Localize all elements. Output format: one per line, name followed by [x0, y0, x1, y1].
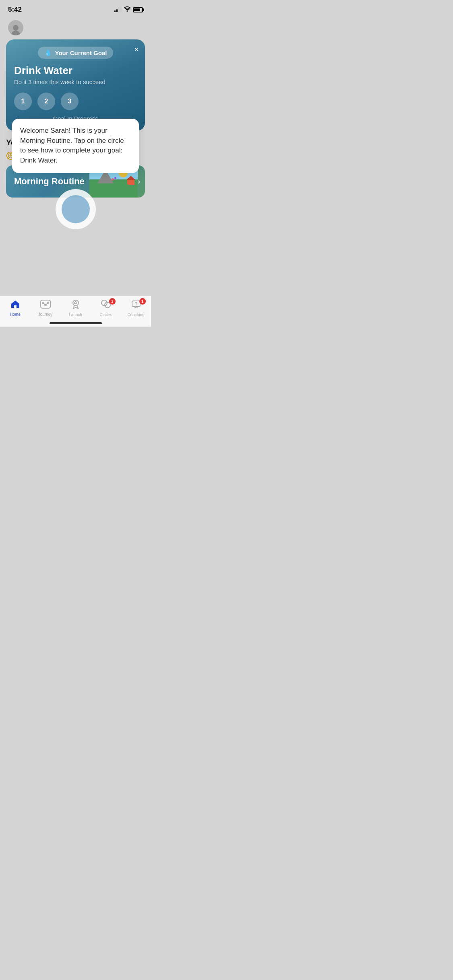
status-time: 5:42	[8, 6, 22, 14]
close-button[interactable]: ×	[134, 46, 139, 53]
chevron-right-icon: ›	[138, 177, 145, 186]
tab-home-label: Home	[10, 312, 21, 317]
avatar[interactable]	[8, 20, 23, 35]
main-content: 💧 Your Current Goal × Drink Water Do it …	[0, 39, 151, 131]
wifi-icon	[124, 6, 130, 13]
goal-card-header: 💧 Your Current Goal	[14, 47, 137, 59]
tab-circles-label: Circles	[99, 313, 112, 317]
tooltip-popup: Welcome Sarah! This is your Morning Rout…	[12, 119, 139, 173]
svg-point-7	[101, 300, 107, 306]
circle-inner	[62, 195, 90, 223]
goal-step-3[interactable]: 3	[61, 93, 79, 110]
routine-card-text: Morning Routine	[6, 176, 89, 187]
tab-home[interactable]: Home	[3, 300, 27, 317]
home-icon	[10, 300, 20, 311]
goal-step-1[interactable]: 1	[14, 93, 32, 110]
status-icons	[114, 6, 143, 13]
tab-journey[interactable]: Journey	[33, 300, 58, 317]
goal-title: Drink Water	[14, 64, 137, 77]
circles-badge: 1	[109, 298, 116, 305]
home-indicator	[50, 322, 102, 324]
goal-steps: 1 2 3	[14, 93, 137, 110]
tab-coaching[interactable]: 1 Coaching	[124, 299, 148, 317]
goal-badge: 💧 Your Current Goal	[38, 47, 114, 59]
avatar-area	[0, 16, 151, 39]
goal-card: 💧 Your Current Goal × Drink Water Do it …	[6, 39, 145, 131]
avatar-person	[11, 25, 20, 35]
tab-circles[interactable]: 1 Circles	[94, 299, 118, 317]
battery-icon	[133, 7, 143, 12]
launch-icon	[71, 299, 80, 311]
status-bar: 5:42	[0, 0, 151, 16]
circle-overlay[interactable]	[56, 189, 96, 229]
goal-subtitle: Do it 3 times this week to succeed	[14, 78, 137, 85]
drop-icon: 💧	[44, 49, 52, 56]
tab-launch-label: Launch	[69, 313, 82, 317]
signal-icon	[114, 7, 122, 12]
journey-icon	[40, 300, 51, 311]
goal-badge-text: Your Current Goal	[55, 49, 107, 56]
tooltip-text: Welcome Sarah! This is your Morning Rout…	[20, 127, 124, 164]
tab-journey-label: Journey	[38, 312, 53, 317]
coaching-badge: 1	[139, 298, 146, 305]
goal-step-2[interactable]: 2	[37, 93, 55, 110]
tab-launch[interactable]: Launch	[64, 299, 88, 317]
tab-coaching-label: Coaching	[127, 313, 144, 317]
